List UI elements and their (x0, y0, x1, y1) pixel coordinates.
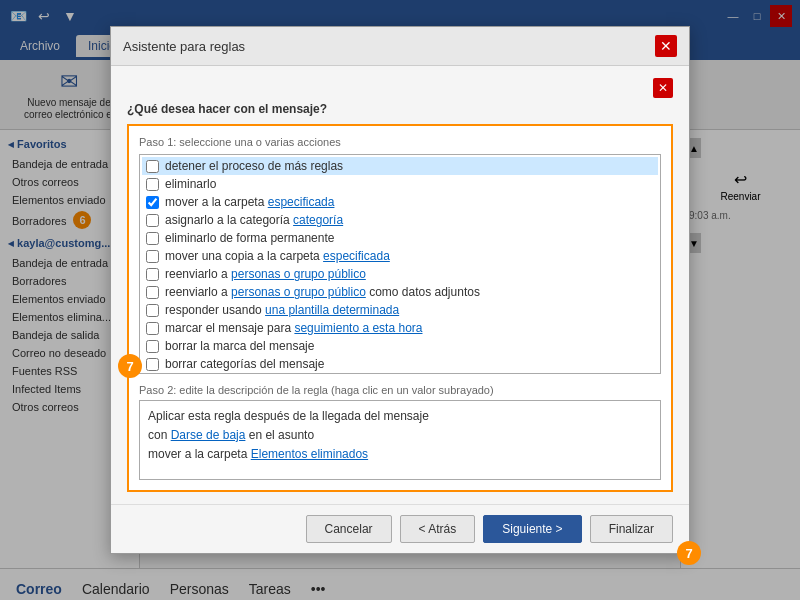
action-checkbox-7[interactable] (146, 286, 159, 299)
step2-line3: mover a la carpeta Elementos eliminados (148, 445, 652, 464)
action-label-2: mover a la carpeta especificada (165, 195, 334, 209)
personas-link-1[interactable]: personas o grupo público (231, 267, 366, 281)
rules-dialog: Asistente para reglas ✕ ✕ ¿Qué desea hac… (110, 26, 690, 554)
action-row-5[interactable]: mover una copia a la carpeta especificad… (142, 247, 658, 265)
action-checkbox-4[interactable] (146, 232, 159, 245)
elementos-eliminados-link[interactable]: Elementos eliminados (251, 447, 368, 461)
action-row-10[interactable]: borrar la marca del mensaje (142, 337, 658, 355)
action-checkbox-3[interactable] (146, 214, 159, 227)
action-label-10: borrar la marca del mensaje (165, 339, 314, 353)
action-label-11: borrar categorías del mensaje (165, 357, 324, 371)
action-row-3[interactable]: asignarlo a la categoría categoría (142, 211, 658, 229)
plantilla-link[interactable]: una plantilla determinada (265, 303, 399, 317)
step2-line3-pre: mover a la carpeta (148, 447, 251, 461)
action-checkbox-0[interactable] (146, 160, 159, 173)
action-row-1[interactable]: eliminarlo (142, 175, 658, 193)
action-label-9: marcar el mensaje para seguimiento a est… (165, 321, 422, 335)
action-checkbox-10[interactable] (146, 340, 159, 353)
step7-badge: 7 (677, 541, 701, 565)
action-row-6[interactable]: reenviarlo a personas o grupo público (142, 265, 658, 283)
action-label-6: reenviarlo a personas o grupo público (165, 267, 366, 281)
action-row-2[interactable]: mover a la carpeta especificada (142, 193, 658, 211)
action-row-11[interactable]: borrar categorías del mensaje (142, 355, 658, 373)
seguimiento-link[interactable]: seguimiento a esta hora (294, 321, 422, 335)
step2-line2-pre: con (148, 428, 171, 442)
action-row-8[interactable]: responder usando una plantilla determina… (142, 301, 658, 319)
action-row-0[interactable]: detener el proceso de más reglas (142, 157, 658, 175)
step6-badge: 7 (118, 354, 142, 378)
action-label-1: eliminarlo (165, 177, 216, 191)
dialog-title-bar: Asistente para reglas ✕ (111, 27, 689, 66)
action-label-3: asignarlo a la categoría categoría (165, 213, 343, 227)
finalizar-button[interactable]: Finalizar (590, 515, 673, 543)
action-checkbox-2[interactable] (146, 196, 159, 209)
action-checkbox-11[interactable] (146, 358, 159, 371)
step2-section: Paso 2: edite la descripción de la regla… (139, 384, 661, 480)
cancelar-button[interactable]: Cancelar (306, 515, 392, 543)
dialog-content-close[interactable]: ✕ (653, 78, 673, 98)
dialog-question: ¿Qué desea hacer con el mensaje? (127, 102, 673, 116)
atras-button[interactable]: < Atrás (400, 515, 476, 543)
action-row-7[interactable]: reenviarlo a personas o grupo público co… (142, 283, 658, 301)
darse-baja-link[interactable]: Darse de baja (171, 428, 246, 442)
dialog-buttons: Cancelar < Atrás Siguiente > Finalizar 7 (111, 504, 689, 553)
action-label-7: reenviarlo a personas o grupo público co… (165, 285, 480, 299)
modal-overlay: 7 Asistente para reglas ✕ ✕ ¿Qué desea h… (0, 0, 800, 600)
step2-description: Aplicar esta regla después de la llegada… (139, 400, 661, 480)
action-label-5: mover una copia a la carpeta especificad… (165, 249, 390, 263)
outlook-window: 📧 ↩ ▼ — □ ✕ Archivo Inicio ✉ Nuevo mensa… (0, 0, 800, 600)
step2-line2-post: en el asunto (245, 428, 314, 442)
action-row-9[interactable]: marcar el mensaje para seguimiento a est… (142, 319, 658, 337)
action-checkbox-6[interactable] (146, 268, 159, 281)
action-label-4: eliminarlo de forma permanente (165, 231, 334, 245)
siguiente-button[interactable]: Siguiente > (483, 515, 581, 543)
step2-line1: Aplicar esta regla después de la llegada… (148, 407, 652, 426)
action-checkbox-1[interactable] (146, 178, 159, 191)
dialog-content: ✕ ¿Qué desea hacer con el mensaje? Paso … (111, 66, 689, 504)
categoria-link[interactable]: categoría (293, 213, 343, 227)
action-checkbox-5[interactable] (146, 250, 159, 263)
action-row-12[interactable]: imprimirlo (142, 373, 658, 374)
orange-section: Paso 1: seleccione una o varias acciones… (127, 124, 673, 492)
checkbox-list[interactable]: detener el proceso de más reglas elimina… (139, 154, 661, 374)
action-checkbox-8[interactable] (146, 304, 159, 317)
dialog-title: Asistente para reglas (123, 39, 245, 54)
action-row-4[interactable]: eliminarlo de forma permanente (142, 229, 658, 247)
step2-line2: con Darse de baja en el asunto (148, 426, 652, 445)
action-label-0: detener el proceso de más reglas (165, 159, 343, 173)
especificada-link-1[interactable]: especificada (268, 195, 335, 209)
action-checkbox-9[interactable] (146, 322, 159, 335)
especificada-link-2[interactable]: especificada (323, 249, 390, 263)
step1-label: Paso 1: seleccione una o varias acciones (139, 136, 661, 148)
step2-label: Paso 2: edite la descripción de la regla… (139, 384, 661, 396)
action-label-8: responder usando una plantilla determina… (165, 303, 399, 317)
dialog-close-button[interactable]: ✕ (655, 35, 677, 57)
personas-link-2[interactable]: personas o grupo público (231, 285, 366, 299)
